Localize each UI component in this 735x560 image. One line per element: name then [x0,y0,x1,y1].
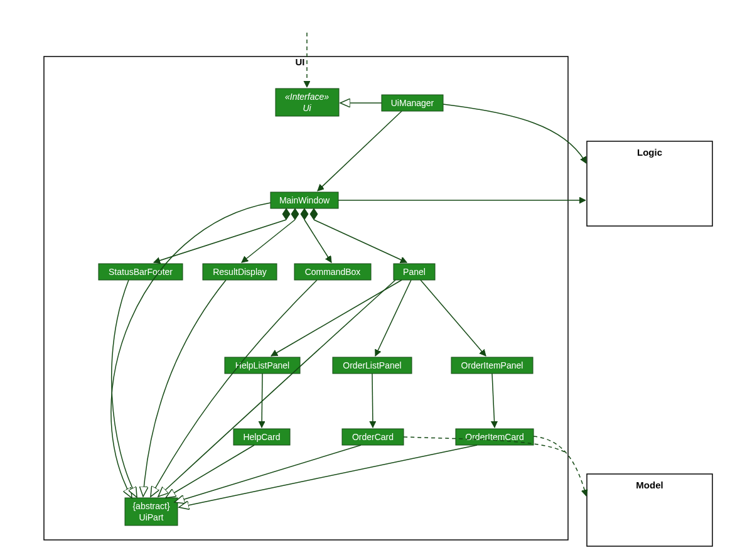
edge-ordercard-to-uipart [174,445,361,502]
package-logic-label: Logic [637,147,662,158]
package-ui-label: UI [296,57,305,67]
node-uimanager-label: UiManager [391,98,434,108]
edge-orderlist-to-ordercard [372,374,373,428]
node-panel-label: Panel [403,267,426,277]
edge-orderitem-to-orderitemcard [492,374,495,428]
edge-uimanager-to-mainwindow [318,111,402,191]
edge-mainwindow-to-uipart [111,203,271,498]
node-statusbarfooter-label: StatusBarFooter [109,267,173,277]
edge-panel-to-orderlist [375,280,411,356]
svg-text:«Interface»: «Interface» [285,92,329,102]
edge-panel-to-uipart [158,280,395,497]
node-commandbox-label: CommandBox [305,267,361,277]
edge-resultdisplay-to-uipart [143,280,226,497]
edge-statusbar-to-uipart [112,280,137,497]
node-orderlistpanel-label: OrderListPanel [343,360,401,370]
node-ordercard-label: OrderCard [352,432,394,442]
svg-text:Ui: Ui [303,103,311,113]
edge-panel-to-orderitem [421,280,486,356]
node-mainwindow-label: MainWindow [279,195,330,205]
edge-uimanager-to-logic [443,104,586,163]
edge-helpcard-to-uipart [166,445,254,498]
node-resultdisplay-label: ResultDisplay [213,267,267,277]
node-orderitempanel-label: OrderItemPanel [461,360,523,370]
package-model-label: Model [636,480,663,490]
edge-mw-to-statusbar [154,220,286,262]
node-helpcard-label: HelpCard [243,432,280,442]
node-helplistpanel-label: HelpListPanel [235,360,289,370]
edge-commandbox-to-uipart [151,280,317,497]
svg-text:{abstract}: {abstract} [132,501,169,511]
edge-orderitemcard-to-uipart [179,445,477,507]
edge-mw-to-resultdisplay [242,220,295,262]
uml-diagram: UI Logic Model «Interface» Ui UiManager … [0,0,735,560]
svg-text:UiPart: UiPart [139,512,164,522]
